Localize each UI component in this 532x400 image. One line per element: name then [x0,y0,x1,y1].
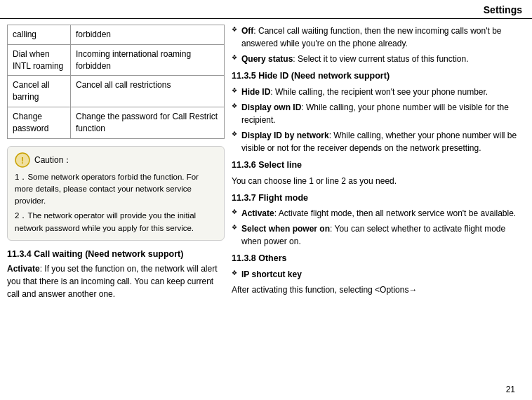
section-select-line: 11.3.6 Select line [232,159,525,172]
caution-header: ! Caution： [15,152,217,168]
page-number: 21 [496,382,525,397]
section-others: 11.3.8 Others [232,252,525,265]
table-value: Cancel all call restrictions [71,76,225,107]
hide-id-list: Hide ID: While calling, the recipient wo… [232,86,525,154]
table-label: calling [8,25,71,45]
others-list: IP shortcut key [232,268,525,281]
table-value: forbidden [71,25,225,45]
bullet-display-own-id: Display own ID: While calling, your phon… [232,101,525,126]
table-label: Dial when INTL roaming [8,44,71,76]
call-waiting-section: 11.3.4 Call waiting (Need network suppor… [7,249,225,300]
caution-icon: ! [15,152,30,168]
table-row: Cancel all barringCancel all call restri… [8,76,225,107]
select-line-text: You can choose line 1 or line 2 as you n… [232,175,525,187]
table-value: Incoming international roaming forbidden [71,44,225,76]
bullet-hide-id: Hide ID: While calling, the recipient wo… [232,86,525,98]
caution-point1: 1．Some network operators forbid the func… [15,171,217,208]
right-column: Off: Cancel call waiting function, then … [232,25,525,389]
section-hide-id: 11.3.5 Hide ID (Need network support) [232,69,525,83]
bullet-activate: Activate: Activate flight mode, then all… [232,207,525,220]
caution-box: ! Caution： 1．Some network operators forb… [7,146,225,241]
page-title: Settings [0,0,532,19]
bullet-query-status: Query status: Select it to view current … [232,53,525,65]
bullet-ip-shortcut: IP shortcut key [232,268,525,281]
bullet-off: Off: Cancel call waiting function, then … [232,25,525,50]
top-bullet-list: Off: Cancel call waiting function, then … [232,25,525,65]
table-value: Change the password for Call Restrict fu… [71,107,225,138]
settings-table: callingforbiddenDial when INTL roamingIn… [7,25,225,139]
call-waiting-title: 11.3.4 Call waiting (Need network suppor… [7,249,225,259]
bullet-select-power-on: Select when power on: You can select whe… [232,222,525,248]
table-label: Cancel all barring [8,76,71,107]
flight-mode-list: Activate: Activate flight mode, then all… [232,207,525,248]
caution-point2: 2．The network operator will provide you … [15,210,217,234]
table-row: Change passwordChange the password for C… [8,107,225,138]
caution-title: Caution： [34,154,72,166]
table-label: Change password [8,107,71,138]
bullet-display-by-network: Display ID by network: While calling, wh… [232,129,525,154]
svg-text:!: ! [21,155,24,166]
options-text: After activating this function, selectin… [232,284,525,296]
left-column: callingforbiddenDial when INTL roamingIn… [7,25,225,389]
section-flight-mode: 11.3.7 Flight mode [232,192,525,205]
table-row: Dial when INTL roamingIncoming internati… [8,44,225,76]
table-row: callingforbidden [8,25,225,45]
call-waiting-text: Activate: If you set the function on, th… [7,262,225,300]
